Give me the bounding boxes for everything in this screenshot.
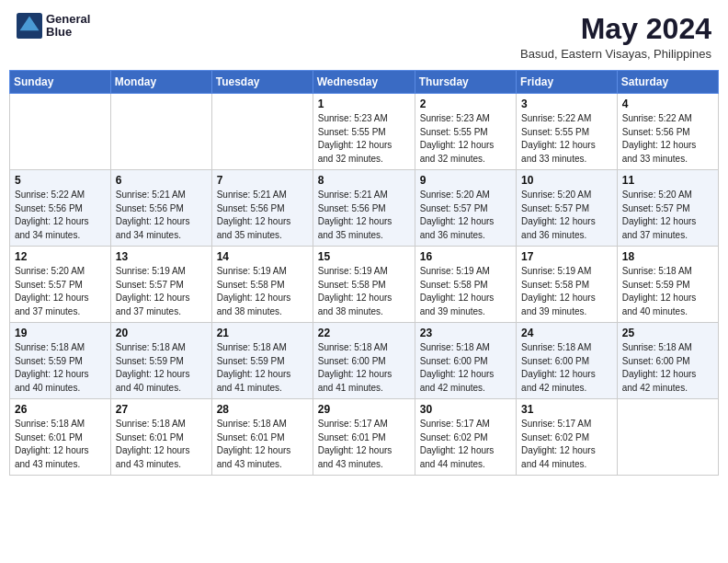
calendar-week-row: 19Sunrise: 5:18 AM Sunset: 5:59 PM Dayli… xyxy=(10,323,719,399)
location: Basud, Eastern Visayas, Philippines xyxy=(520,47,711,61)
calendar-cell: 31Sunrise: 5:17 AM Sunset: 6:02 PM Dayli… xyxy=(517,399,618,476)
calendar-cell: 11Sunrise: 5:20 AM Sunset: 5:57 PM Dayli… xyxy=(617,170,718,247)
day-info: Sunrise: 5:22 AM Sunset: 5:55 PM Dayligh… xyxy=(521,112,612,166)
calendar-cell: 22Sunrise: 5:18 AM Sunset: 6:00 PM Dayli… xyxy=(313,323,415,399)
calendar-cell: 15Sunrise: 5:19 AM Sunset: 5:58 PM Dayli… xyxy=(313,247,415,323)
calendar-cell: 18Sunrise: 5:18 AM Sunset: 5:59 PM Dayli… xyxy=(617,247,718,323)
calendar-cell: 26Sunrise: 5:18 AM Sunset: 6:01 PM Dayli… xyxy=(10,399,111,476)
calendar-week-row: 12Sunrise: 5:20 AM Sunset: 5:57 PM Dayli… xyxy=(10,247,719,323)
day-info: Sunrise: 5:21 AM Sunset: 5:56 PM Dayligh… xyxy=(217,189,308,242)
day-number: 22 xyxy=(318,327,410,339)
day-number: 26 xyxy=(15,403,106,416)
day-info: Sunrise: 5:18 AM Sunset: 6:01 PM Dayligh… xyxy=(217,418,308,471)
day-info: Sunrise: 5:22 AM Sunset: 5:56 PM Dayligh… xyxy=(622,112,713,166)
calendar-cell: 8Sunrise: 5:21 AM Sunset: 5:56 PM Daylig… xyxy=(313,170,415,247)
weekday-header-row: SundayMondayTuesdayWednesdayThursdayFrid… xyxy=(10,71,719,94)
day-info: Sunrise: 5:17 AM Sunset: 6:02 PM Dayligh… xyxy=(420,418,511,471)
calendar-cell xyxy=(617,399,718,476)
day-info: Sunrise: 5:20 AM Sunset: 5:57 PM Dayligh… xyxy=(521,189,612,242)
calendar-cell: 9Sunrise: 5:20 AM Sunset: 5:57 PM Daylig… xyxy=(415,170,516,247)
day-number: 28 xyxy=(217,403,308,416)
calendar-cell: 2Sunrise: 5:23 AM Sunset: 5:55 PM Daylig… xyxy=(415,94,516,170)
day-number: 24 xyxy=(521,327,612,339)
day-info: Sunrise: 5:18 AM Sunset: 6:01 PM Dayligh… xyxy=(116,418,207,471)
calendar-cell: 19Sunrise: 5:18 AM Sunset: 5:59 PM Dayli… xyxy=(10,323,111,399)
calendar-cell: 29Sunrise: 5:17 AM Sunset: 6:01 PM Dayli… xyxy=(313,399,415,476)
day-number: 2 xyxy=(420,98,511,110)
calendar-cell xyxy=(10,94,111,170)
calendar-cell: 30Sunrise: 5:17 AM Sunset: 6:02 PM Dayli… xyxy=(415,399,516,476)
day-info: Sunrise: 5:19 AM Sunset: 5:58 PM Dayligh… xyxy=(521,265,612,318)
calendar-table: SundayMondayTuesdayWednesdayThursdayFrid… xyxy=(9,70,719,476)
calendar-cell: 1Sunrise: 5:23 AM Sunset: 5:55 PM Daylig… xyxy=(313,94,415,170)
calendar-cell: 25Sunrise: 5:18 AM Sunset: 6:00 PM Dayli… xyxy=(617,323,718,399)
day-info: Sunrise: 5:20 AM Sunset: 5:57 PM Dayligh… xyxy=(420,189,511,242)
calendar-cell: 13Sunrise: 5:19 AM Sunset: 5:57 PM Dayli… xyxy=(110,247,211,323)
day-info: Sunrise: 5:23 AM Sunset: 5:55 PM Dayligh… xyxy=(420,112,511,166)
day-info: Sunrise: 5:23 AM Sunset: 5:55 PM Dayligh… xyxy=(318,112,410,166)
calendar-week-row: 1Sunrise: 5:23 AM Sunset: 5:55 PM Daylig… xyxy=(10,94,719,170)
weekday-header: Sunday xyxy=(10,71,111,94)
day-number: 17 xyxy=(521,250,612,263)
calendar-week-row: 26Sunrise: 5:18 AM Sunset: 6:01 PM Dayli… xyxy=(10,399,719,476)
day-number: 4 xyxy=(622,98,713,110)
day-info: Sunrise: 5:18 AM Sunset: 5:59 PM Dayligh… xyxy=(116,341,207,395)
day-number: 12 xyxy=(15,250,106,263)
day-number: 20 xyxy=(116,327,207,339)
day-info: Sunrise: 5:17 AM Sunset: 6:01 PM Dayligh… xyxy=(318,418,410,471)
day-number: 7 xyxy=(217,174,308,187)
logo-line1: General xyxy=(46,13,90,26)
calendar-cell: 24Sunrise: 5:18 AM Sunset: 6:00 PM Dayli… xyxy=(517,323,618,399)
day-info: Sunrise: 5:18 AM Sunset: 6:00 PM Dayligh… xyxy=(521,341,612,395)
calendar-cell: 14Sunrise: 5:19 AM Sunset: 5:58 PM Dayli… xyxy=(211,247,313,323)
calendar-cell: 27Sunrise: 5:18 AM Sunset: 6:01 PM Dayli… xyxy=(110,399,211,476)
day-number: 14 xyxy=(217,250,308,263)
day-number: 15 xyxy=(318,250,410,263)
day-number: 11 xyxy=(622,174,713,187)
logo-text: General Blue xyxy=(46,13,90,40)
day-number: 3 xyxy=(521,98,612,110)
calendar-cell: 28Sunrise: 5:18 AM Sunset: 6:01 PM Dayli… xyxy=(211,399,313,476)
day-number: 27 xyxy=(116,403,207,416)
day-number: 5 xyxy=(15,174,106,187)
calendar-cell xyxy=(110,94,211,170)
title-area: May 2024 Basud, Eastern Visayas, Philipp… xyxy=(520,13,711,61)
day-number: 31 xyxy=(521,403,612,416)
day-info: Sunrise: 5:18 AM Sunset: 5:59 PM Dayligh… xyxy=(217,341,308,395)
day-info: Sunrise: 5:18 AM Sunset: 5:59 PM Dayligh… xyxy=(15,341,106,395)
day-info: Sunrise: 5:19 AM Sunset: 5:58 PM Dayligh… xyxy=(420,265,511,318)
day-info: Sunrise: 5:18 AM Sunset: 6:00 PM Dayligh… xyxy=(622,341,713,395)
day-number: 21 xyxy=(217,327,308,339)
logo-icon xyxy=(17,13,42,39)
day-info: Sunrise: 5:18 AM Sunset: 6:00 PM Dayligh… xyxy=(420,341,511,395)
day-info: Sunrise: 5:17 AM Sunset: 6:02 PM Dayligh… xyxy=(521,418,612,471)
day-info: Sunrise: 5:20 AM Sunset: 5:57 PM Dayligh… xyxy=(15,265,106,318)
logo-line2: Blue xyxy=(46,26,90,39)
day-number: 23 xyxy=(420,327,511,339)
logo: General Blue xyxy=(17,13,90,40)
weekday-header: Thursday xyxy=(415,71,516,94)
day-number: 8 xyxy=(318,174,410,187)
month-title: May 2024 xyxy=(520,13,711,45)
day-info: Sunrise: 5:22 AM Sunset: 5:56 PM Dayligh… xyxy=(15,189,106,242)
weekday-header: Monday xyxy=(110,71,211,94)
day-number: 29 xyxy=(318,403,410,416)
day-info: Sunrise: 5:21 AM Sunset: 5:56 PM Dayligh… xyxy=(116,189,207,242)
day-info: Sunrise: 5:19 AM Sunset: 5:58 PM Dayligh… xyxy=(318,265,410,318)
calendar-week-row: 5Sunrise: 5:22 AM Sunset: 5:56 PM Daylig… xyxy=(10,170,719,247)
day-info: Sunrise: 5:18 AM Sunset: 6:00 PM Dayligh… xyxy=(318,341,410,395)
calendar-cell: 20Sunrise: 5:18 AM Sunset: 5:59 PM Dayli… xyxy=(110,323,211,399)
calendar-cell: 6Sunrise: 5:21 AM Sunset: 5:56 PM Daylig… xyxy=(110,170,211,247)
day-number: 16 xyxy=(420,250,511,263)
day-info: Sunrise: 5:18 AM Sunset: 6:01 PM Dayligh… xyxy=(15,418,106,471)
calendar-cell: 12Sunrise: 5:20 AM Sunset: 5:57 PM Dayli… xyxy=(10,247,111,323)
calendar-cell: 17Sunrise: 5:19 AM Sunset: 5:58 PM Dayli… xyxy=(517,247,618,323)
calendar-cell: 10Sunrise: 5:20 AM Sunset: 5:57 PM Dayli… xyxy=(517,170,618,247)
day-info: Sunrise: 5:20 AM Sunset: 5:57 PM Dayligh… xyxy=(622,189,713,242)
day-number: 25 xyxy=(622,327,713,339)
weekday-header: Saturday xyxy=(617,71,718,94)
day-info: Sunrise: 5:19 AM Sunset: 5:57 PM Dayligh… xyxy=(116,265,207,318)
weekday-header: Tuesday xyxy=(211,71,313,94)
day-number: 6 xyxy=(116,174,207,187)
day-number: 1 xyxy=(318,98,410,110)
